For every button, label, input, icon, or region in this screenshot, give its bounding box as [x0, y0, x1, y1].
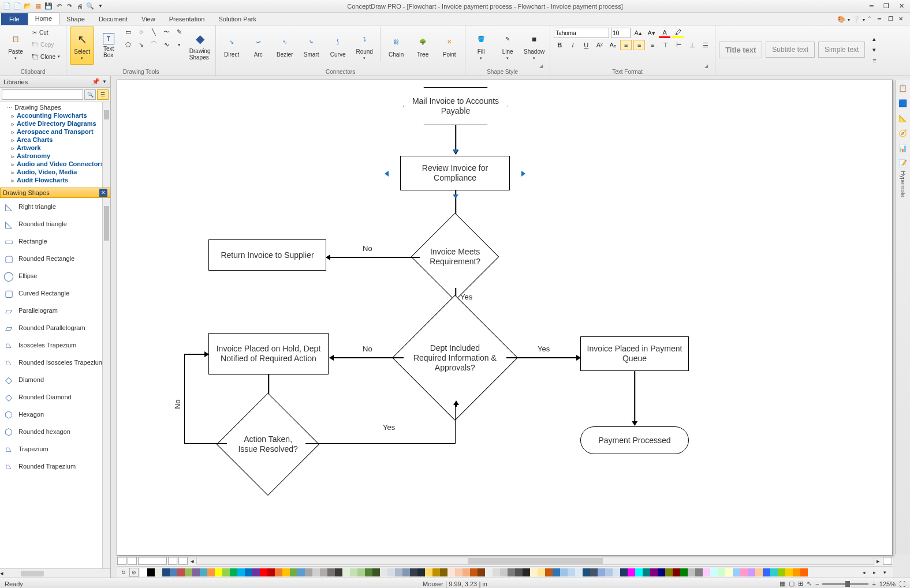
shape-item[interactable]: ⬡Hexagon	[0, 406, 110, 423]
direct-button[interactable]: ↘Direct	[219, 27, 244, 65]
paste-button[interactable]: 📋Paste▾	[3, 27, 28, 65]
color-swatch[interactable]	[755, 568, 763, 576]
color-swatch[interactable]	[530, 568, 538, 576]
color-swatch[interactable]	[185, 568, 192, 576]
superscript-button[interactable]: A²	[594, 40, 605, 50]
color-swatch[interactable]	[800, 568, 808, 576]
curve-button[interactable]: ⟆Curve	[326, 27, 350, 65]
color-swatch[interactable]	[297, 568, 305, 576]
selection-handle[interactable]	[521, 171, 525, 177]
color-swatch[interactable]	[380, 568, 387, 576]
smart-button[interactable]: ⤷Smart	[299, 27, 323, 65]
font-color-button[interactable]: A	[659, 28, 670, 38]
color-swatch[interactable]	[478, 568, 485, 576]
italic-button[interactable]: I	[567, 40, 579, 50]
cursor-mode-icon[interactable]: ↖	[807, 580, 812, 587]
palette-scroll-right[interactable]: ▸	[870, 568, 879, 577]
shape-item[interactable]: ⏢Trapezium	[0, 440, 110, 458]
palette-scroll-left[interactable]: ◂	[859, 568, 868, 577]
clone-button[interactable]: ⿻Clone▾	[30, 51, 62, 62]
color-swatch[interactable]	[200, 568, 207, 576]
highlight-button[interactable]: 🖍	[672, 28, 684, 38]
palette-menu-icon[interactable]: ▾	[880, 568, 889, 577]
shape-item[interactable]: ◺Right triangle	[0, 198, 110, 215]
shape-item[interactable]: ◇Rounded Diamond	[0, 388, 110, 406]
color-swatch[interactable]	[620, 568, 628, 576]
color-swatch[interactable]	[613, 568, 620, 576]
align-center-button[interactable]: ≡	[633, 40, 645, 50]
color-swatch[interactable]	[312, 568, 320, 576]
qat-dropdown-icon[interactable]: ▼	[96, 2, 105, 11]
file-tab[interactable]: File	[1, 13, 28, 25]
arc-tool-icon[interactable]: ⌒	[148, 39, 159, 50]
tree-item[interactable]: Audio and Video Connectors	[1, 160, 109, 168]
strip-hypernote-icon[interactable]: 📝	[898, 158, 908, 168]
color-swatch[interactable]	[357, 568, 365, 576]
align-bottom-button[interactable]: ⊥	[687, 40, 698, 50]
sheet-tab[interactable]	[138, 557, 167, 565]
color-swatch[interactable]	[170, 568, 177, 576]
color-swatch[interactable]	[440, 568, 447, 576]
qat-open-icon[interactable]: 📂	[23, 2, 32, 11]
shrink-font-button[interactable]: A▾	[646, 28, 657, 38]
color-swatch[interactable]	[785, 568, 793, 576]
minimize-icon[interactable]: ━	[865, 2, 878, 11]
color-swatch[interactable]	[725, 568, 733, 576]
more-tool-icon[interactable]: •	[174, 39, 184, 50]
zoom-out-button[interactable]: −	[815, 580, 819, 587]
color-swatch[interactable]	[342, 568, 350, 576]
zoom-in-button[interactable]: +	[872, 580, 875, 587]
color-swatch[interactable]	[695, 568, 703, 576]
fc-rect-review-invoice[interactable]: Review Invoice for Compliance	[400, 156, 510, 190]
color-swatch[interactable]	[673, 568, 680, 576]
color-swatch[interactable]	[290, 568, 297, 576]
color-swatch[interactable]	[703, 568, 710, 576]
strip-size-icon[interactable]: 📐	[898, 113, 908, 123]
color-swatch[interactable]	[387, 568, 395, 576]
align-right-button[interactable]: ≡	[647, 40, 658, 50]
color-swatch[interactable]	[402, 568, 410, 576]
strip-props-icon[interactable]: 🟦	[898, 98, 908, 108]
close-icon[interactable]: ✕	[895, 2, 908, 11]
color-swatch[interactable]	[778, 568, 785, 576]
panel-menu-icon[interactable]: ▼	[102, 79, 107, 84]
qat-new-icon[interactable]: 📄	[13, 2, 22, 11]
color-swatch[interactable]	[628, 568, 635, 576]
shape-item[interactable]: ▭Rectangle	[0, 233, 110, 250]
copy-button[interactable]: ⿻Copy	[30, 39, 62, 50]
color-swatch[interactable]	[463, 568, 470, 576]
color-swatch[interactable]	[177, 568, 185, 576]
bezier-button[interactable]: ∿Bezier	[273, 27, 297, 65]
color-swatch[interactable]	[267, 568, 275, 576]
pin-icon[interactable]: 📌	[92, 78, 100, 85]
color-swatch[interactable]	[688, 568, 695, 576]
shape-item[interactable]: ▢Curved Rectangle	[0, 284, 110, 302]
arc-button[interactable]: ⤻Arc	[246, 27, 270, 65]
color-swatch[interactable]	[560, 568, 568, 576]
align-middle-button[interactable]: ⊢	[673, 40, 685, 50]
qat-print-icon[interactable]: 🖨	[75, 2, 84, 11]
help-icon[interactable]: ❔	[852, 16, 860, 24]
style-icon[interactable]: 🎨	[837, 16, 845, 24]
shape-item[interactable]: ⏢Isosceles Trapezium	[0, 336, 110, 354]
color-swatch[interactable]	[432, 568, 440, 576]
freehand-tool-icon[interactable]: ✎	[174, 27, 184, 37]
tree-item[interactable]: Audio, Video, Media	[1, 168, 109, 176]
color-swatch[interactable]	[583, 568, 590, 576]
color-swatch[interactable]	[162, 568, 170, 576]
color-swatch[interactable]	[643, 568, 650, 576]
font-select[interactable]	[554, 28, 609, 38]
color-swatch[interactable]	[372, 568, 380, 576]
drawing-shapes-button[interactable]: ◆Drawing Shapes	[188, 27, 212, 65]
color-swatch[interactable]	[523, 568, 530, 576]
shape-item[interactable]: ◺Rounded triangle	[0, 215, 110, 233]
shapes-list[interactable]: ◺Right triangle◺Rounded triangle▭Rectang…	[0, 198, 110, 568]
connector-tool-icon[interactable]: ↘	[136, 39, 146, 50]
maximize-icon[interactable]: ❐	[880, 2, 893, 11]
tree-item[interactable]: Area Charts	[1, 136, 109, 144]
selection-handle[interactable]	[453, 149, 458, 153]
doc-minimize-icon[interactable]: ━	[878, 16, 886, 24]
fc-diamond-action-taken[interactable]: Action Taken, Issue Resolved?	[217, 393, 319, 496]
qat-preview-icon[interactable]: 🔍	[85, 2, 95, 11]
last-sheet-button[interactable]	[178, 557, 188, 565]
